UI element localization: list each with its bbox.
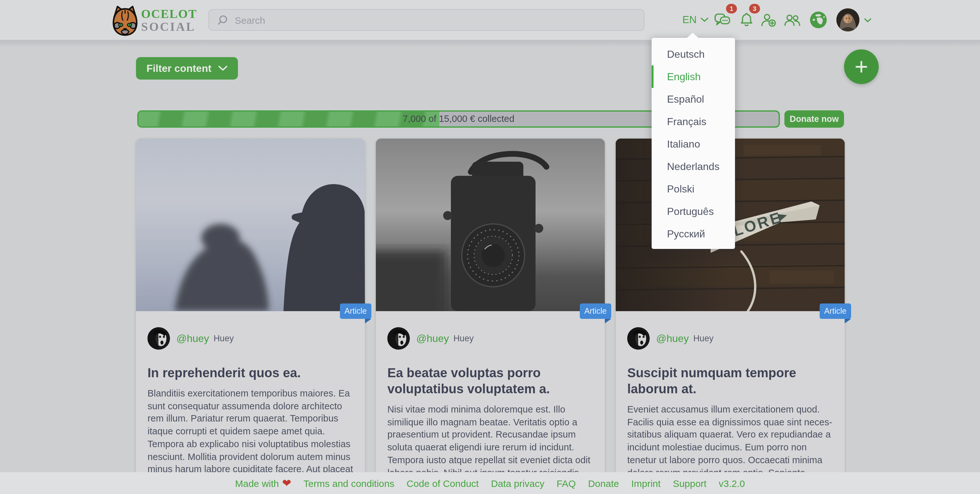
users-icon [784,11,801,28]
post-card: Article @huey Huey [376,139,605,494]
post-title[interactable]: Suscipit numquam tempore laborum at. [627,365,833,397]
groups-button[interactable] [784,0,801,40]
language-option-russkiy[interactable]: Русский [652,223,735,245]
post-image-birds [136,139,365,311]
user-avatar-image [836,8,859,32]
search-input[interactable] [234,14,621,26]
ocelot-social-app: OCELOT SOCIAL EN 1 [0,0,980,494]
author-handle[interactable]: @huey [656,333,689,344]
made-with: Made with ❤ [235,476,291,490]
article-badge: Article [820,303,851,319]
globe-icon [810,11,827,29]
author-avatar[interactable] [148,327,170,350]
user-menu-chevron-icon[interactable] [864,18,872,23]
language-option-deutsch[interactable]: Deutsch [652,43,735,65]
language-option-english[interactable]: English [652,65,735,88]
filter-content-label: Filter content [146,62,212,74]
article-badge: Article [580,303,611,319]
post-title[interactable]: In reprehenderit quos ea. [148,365,353,381]
language-option-portugues[interactable]: Português [652,200,735,223]
author-handle[interactable]: @huey [177,333,209,344]
post-card-body: @huey Huey Suscipit numquam tempore labo… [616,327,845,492]
language-option-espanol[interactable]: Español [652,88,735,110]
post-card-body: @huey Huey Ea beatae voluptas porro volu… [376,327,605,494]
logo[interactable]: OCELOT SOCIAL [112,4,197,37]
search-bar[interactable] [208,9,644,31]
chat-icon [714,11,731,28]
language-option-nederlands[interactable]: Nederlands [652,155,735,178]
donate-now-button[interactable]: Donate now [784,110,844,127]
author-avatar-image [387,327,410,350]
add-user-button[interactable] [760,0,777,40]
heart-icon: ❤ [282,476,291,490]
filter-content-button[interactable]: Filter content [136,57,238,80]
create-post-button[interactable]: + [844,49,879,84]
author-handle[interactable]: @huey [416,333,449,344]
footer-link-donate[interactable]: Donate [588,478,619,489]
author-avatar[interactable] [627,327,650,350]
author-avatar[interactable] [387,327,410,350]
footer-link-faq[interactable]: FAQ [557,478,576,489]
notifications-badge: 3 [749,4,760,13]
logo-text-ocelot: OCELOT [141,8,197,21]
search-icon [216,14,228,26]
post-feed: Article @huey Huey [136,139,845,494]
language-option-italiano[interactable]: Italiano [652,133,735,155]
post-image[interactable]: Article [136,139,365,311]
made-with-label: Made with [235,478,279,489]
language-option-francais[interactable]: Français [652,110,735,133]
logo-text-social: SOCIAL [141,21,197,33]
header-shadow [0,40,980,48]
post-image[interactable]: Article [376,139,605,311]
plus-icon: + [854,53,868,80]
post-card: Article @huey Huey [136,139,365,494]
user-menu-avatar[interactable] [836,8,859,32]
post-image-camera [376,139,605,311]
post-author-row: @huey Huey [627,327,833,350]
dropdown-pointer [687,33,698,38]
footer: Made with ❤ Terms and conditions Code of… [0,472,980,494]
footer-link-imprint[interactable]: Imprint [631,478,660,489]
map-button[interactable] [810,0,827,40]
article-badge: Article [340,303,371,319]
footer-link-terms[interactable]: Terms and conditions [303,478,395,489]
chat-badge: 1 [726,4,737,13]
footer-link-data-privacy[interactable]: Data privacy [491,478,544,489]
chat-button[interactable]: 1 [714,0,731,40]
footer-link-code-of-conduct[interactable]: Code of Conduct [407,478,479,489]
author-name: Huey [213,334,234,343]
language-option-polski[interactable]: Polski [652,178,735,200]
header: OCELOT SOCIAL EN 1 [0,0,980,40]
post-author-row: @huey Huey [387,327,593,350]
post-author-row: @huey Huey [148,327,353,350]
chevron-down-icon [218,65,228,71]
version-label: v3.2.0 [719,478,745,489]
language-dropdown: Deutsch English Español Français Italian… [652,38,735,249]
post-card-body: @huey Huey In reprehenderit quos ea. Bla… [136,327,365,489]
bell-icon [739,11,754,28]
notifications-button[interactable]: 3 [739,0,754,40]
ocelot-logo-icon [112,4,138,37]
author-avatar-image [148,327,170,350]
chevron-down-icon [700,18,709,22]
author-name: Huey [693,334,714,343]
author-avatar-image [627,327,650,350]
post-title[interactable]: Ea beatae voluptas porro voluptati­bus v… [387,365,593,397]
footer-link-support[interactable]: Support [673,478,706,489]
language-code: EN [682,14,697,25]
author-name: Huey [453,334,474,343]
user-plus-icon [760,11,777,28]
